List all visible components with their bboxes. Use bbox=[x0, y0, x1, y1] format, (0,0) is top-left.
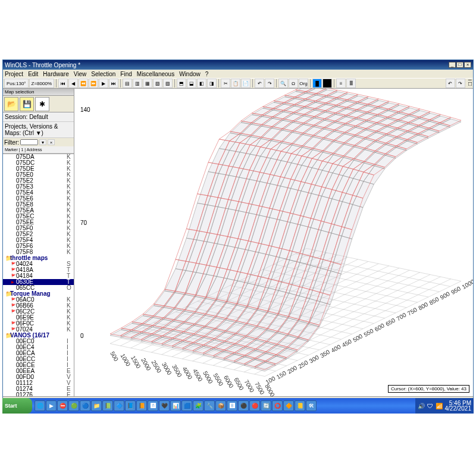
start-button[interactable]: Start bbox=[2, 398, 32, 414]
tree-item[interactable]: 075F2K bbox=[3, 231, 74, 237]
nav-prev-icon[interactable]: ◀ bbox=[68, 79, 78, 88]
system-tray[interactable]: 🔊 🛡 📶 5:46 PM 4/22/2021 bbox=[415, 398, 474, 414]
tree-item[interactable]: 🚩06AC0K bbox=[3, 297, 74, 303]
menu-window[interactable]: Window bbox=[179, 71, 201, 77]
taskbar-app-icon[interactable]: 🧩 bbox=[193, 400, 203, 411]
menu-selection[interactable]: Selection bbox=[91, 71, 115, 77]
taskbar-app-icon[interactable]: 📒 bbox=[295, 400, 305, 411]
tree-item[interactable]: 075E3K bbox=[3, 184, 74, 190]
filter-input[interactable] bbox=[20, 139, 38, 145]
tree-item[interactable]: 075E4K bbox=[3, 190, 74, 196]
nav-rewind-icon[interactable]: ⏪ bbox=[79, 79, 88, 88]
taskbar-app-icon[interactable]: 📊 bbox=[170, 400, 181, 411]
menu-edit[interactable]: Edit bbox=[28, 71, 38, 77]
child-max-button[interactable]: □ bbox=[468, 80, 472, 87]
taskbar-app-icon[interactable]: 🟢 bbox=[68, 400, 79, 411]
tree-item[interactable]: 075E2K bbox=[3, 178, 74, 184]
taskbar-app-icon[interactable]: 🟦 bbox=[181, 400, 192, 411]
tool-g-icon[interactable]: ⬓ bbox=[187, 79, 196, 88]
tree-item[interactable]: 075E6K bbox=[3, 196, 74, 202]
tree-item[interactable]: 075ECK bbox=[3, 214, 74, 220]
taskbar-app-icon[interactable]: 🅱 bbox=[227, 400, 237, 411]
tool-q-icon[interactable]: Org bbox=[299, 79, 308, 88]
menu-misc[interactable]: Miscellaneous bbox=[137, 71, 174, 77]
nav-next-icon[interactable]: ▶ bbox=[99, 79, 108, 88]
nav-fwd-icon[interactable]: ⏩ bbox=[89, 79, 98, 88]
taskbar-app-icon[interactable]: 🔷 bbox=[114, 400, 124, 411]
tree-item[interactable]: 075E8K bbox=[3, 202, 74, 208]
taskbar-app-icon[interactable]: ⚫ bbox=[238, 400, 249, 411]
tool-f-icon[interactable]: ⬒ bbox=[177, 79, 186, 88]
tree-item[interactable]: 🚩0418AT bbox=[3, 267, 74, 273]
tray-icon[interactable]: 📶 bbox=[436, 403, 443, 409]
tool-d-icon[interactable]: ▧ bbox=[153, 79, 162, 88]
tool-l-icon[interactable]: 📄 bbox=[241, 79, 250, 88]
new-icon[interactable]: ✱ bbox=[35, 97, 49, 111]
menu-hardware[interactable]: Hardware bbox=[43, 71, 68, 77]
tree-item[interactable]: 🚩06B66K bbox=[3, 303, 74, 309]
tree-item[interactable]: 🚩06F0CK bbox=[3, 321, 74, 327]
taskbar-app-icon[interactable]: 📦 bbox=[215, 400, 226, 411]
tree-item[interactable]: 00EC0I bbox=[3, 339, 74, 345]
tool-black-icon[interactable] bbox=[322, 79, 332, 88]
tray-icon[interactable]: 🛡 bbox=[427, 403, 433, 409]
tree-item[interactable]: ▶0630ET bbox=[3, 279, 74, 285]
pos-field[interactable]: Pos:130° bbox=[4, 79, 29, 88]
tree-item[interactable]: 01112V bbox=[3, 380, 74, 386]
tree-item[interactable]: 🚩06C2CK bbox=[3, 309, 74, 315]
child-min-button[interactable]: _ bbox=[468, 74, 472, 80]
titlebar[interactable]: WinOLS - Throttle Opening * _ □ × bbox=[3, 60, 473, 70]
taskbar-app-icon[interactable]: 📗 bbox=[102, 400, 113, 411]
tree-item[interactable]: 🚩04024S bbox=[3, 261, 74, 267]
maximize-button[interactable]: □ bbox=[456, 62, 464, 68]
tool-b-icon[interactable]: ▥ bbox=[133, 79, 142, 88]
3d-canvas[interactable]: 140 70 0 5001000150020002500300035004000… bbox=[74, 89, 473, 396]
tree-item[interactable]: 075DEK bbox=[3, 166, 74, 172]
menu-view[interactable]: View bbox=[74, 71, 87, 77]
taskbar-app-icon[interactable]: 🛠 bbox=[306, 400, 317, 411]
tree-item[interactable]: 01274E bbox=[3, 386, 74, 392]
tree-group[interactable]: 📁throttle maps bbox=[3, 255, 74, 261]
menu-find[interactable]: Find bbox=[120, 71, 131, 77]
tree-item[interactable]: 00EC4I bbox=[3, 345, 74, 350]
tree-item[interactable]: 00ECCI bbox=[3, 356, 74, 362]
tray-icon[interactable]: 🔊 bbox=[418, 403, 425, 409]
minimize-button[interactable]: _ bbox=[449, 62, 456, 68]
close-button[interactable]: × bbox=[464, 62, 471, 68]
tree-item[interactable]: 00FD0V bbox=[3, 374, 74, 380]
taskbar-app-icon[interactable]: 🔶 bbox=[283, 400, 294, 411]
taskbar-app-icon[interactable]: 🔵 bbox=[80, 400, 90, 411]
tool-m-icon[interactable]: ↶ bbox=[255, 79, 264, 88]
tool-redo2-icon[interactable]: ↷ bbox=[456, 79, 465, 88]
nav-first-icon[interactable]: ⏮ bbox=[58, 79, 68, 88]
tool-s-icon[interactable]: ≣ bbox=[346, 79, 356, 88]
taskbar-app-icon[interactable]: ⛔ bbox=[57, 400, 68, 411]
tool-h-icon[interactable]: ◧ bbox=[197, 79, 206, 88]
taskbar-app-icon[interactable]: 📘 bbox=[125, 400, 136, 411]
tree-item[interactable]: 075F6K bbox=[3, 243, 74, 249]
tree-item[interactable]: 075EAK bbox=[3, 208, 74, 214]
tool-blue-icon[interactable]: █ bbox=[312, 79, 322, 88]
taskbar-app-icon[interactable]: 🅰 bbox=[148, 400, 158, 411]
tool-o-icon[interactable]: 🔍 bbox=[278, 79, 288, 88]
tree-item[interactable]: 075F4K bbox=[3, 237, 74, 243]
menu-project[interactable]: Project bbox=[5, 71, 23, 77]
menu-help[interactable]: ? bbox=[205, 71, 209, 77]
tree-item[interactable]: 075EEK bbox=[3, 220, 74, 226]
filter-btn-2[interactable]: × bbox=[48, 139, 55, 145]
taskbar-app-icon[interactable]: ⭕ bbox=[272, 400, 283, 411]
tool-j-icon[interactable]: ✂ bbox=[221, 79, 230, 88]
taskbar-app-icon[interactable]: 🔄 bbox=[261, 400, 271, 411]
tree-group[interactable]: 📁VANOS (16/17 bbox=[3, 333, 74, 339]
taskbar-app-icon[interactable]: 📙 bbox=[136, 400, 147, 411]
tree-item[interactable]: 075DCK bbox=[3, 160, 74, 166]
nav-last-icon[interactable]: ⏭ bbox=[109, 79, 118, 88]
tree-item[interactable]: 075E0K bbox=[3, 172, 74, 178]
map-tree[interactable]: 075DAK075DCK075DEK075E0K075E2K075E3K075E… bbox=[3, 154, 74, 396]
tree-item[interactable]: 06E9EK bbox=[3, 315, 74, 321]
taskbar-app-icon[interactable]: 📁 bbox=[91, 400, 102, 411]
taskbar-app-icon[interactable]: 🔧 bbox=[204, 400, 215, 411]
taskbar-app-icon[interactable]: 🔴 bbox=[249, 400, 260, 411]
tool-i-icon[interactable]: ◨ bbox=[207, 79, 217, 88]
zoom-field[interactable]: Z=8000% bbox=[29, 79, 54, 88]
